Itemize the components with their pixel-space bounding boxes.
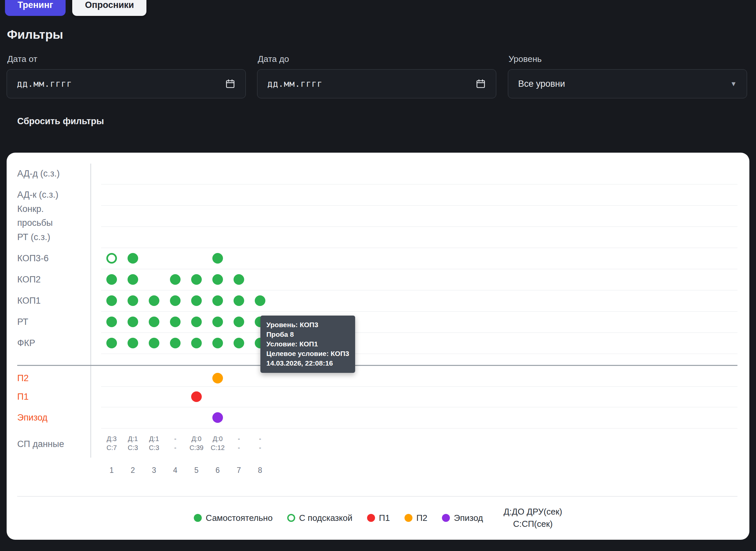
chart-area: АД-д (с.з.)АД-к (с.з.)Конкр. просьбыРТ (… bbox=[7, 153, 749, 540]
dot-independent[interactable] bbox=[234, 274, 244, 285]
x-axis-tick: 6 bbox=[216, 466, 220, 475]
x-axis-tick: 1 bbox=[110, 466, 114, 475]
row-label: П1 bbox=[17, 390, 28, 404]
legend-label: П1 bbox=[379, 513, 390, 523]
row-gridline bbox=[101, 407, 737, 407]
dot-independent[interactable] bbox=[213, 338, 223, 348]
dot-independent[interactable] bbox=[234, 296, 244, 306]
dot-independent[interactable] bbox=[191, 274, 202, 285]
row-gridline bbox=[101, 290, 737, 291]
dot-independent[interactable] bbox=[234, 317, 244, 327]
dot-independent[interactable] bbox=[255, 296, 265, 306]
legend-prompted-dot bbox=[287, 514, 295, 522]
row-gridline bbox=[101, 311, 737, 312]
dot-independent[interactable] bbox=[170, 296, 180, 306]
dot-independent[interactable] bbox=[106, 296, 117, 306]
tooltip-line: Целевое условие: КОП3 bbox=[266, 349, 349, 358]
legend-divider bbox=[17, 496, 737, 497]
dot-independent[interactable] bbox=[127, 274, 138, 285]
legend-episode-dot bbox=[442, 514, 450, 522]
legend-note: Д:ДО ДРУ(сек)С:СП(сек) bbox=[503, 506, 562, 530]
x-axis-tick: 4 bbox=[173, 466, 177, 475]
dot-prompted[interactable] bbox=[106, 253, 117, 263]
row-label: КОП3-6 bbox=[17, 251, 49, 265]
legend-item-p1: П1 bbox=[367, 513, 390, 523]
sp-data-cell: Д:0С:39 bbox=[190, 435, 204, 452]
legend-label: Самостоятельно bbox=[206, 513, 273, 523]
dot-independent[interactable] bbox=[149, 296, 159, 306]
dot-independent[interactable] bbox=[127, 253, 138, 263]
legend: СамостоятельноС подсказкойП1П2ЭпизодД:ДО… bbox=[7, 503, 749, 533]
date-from-input[interactable]: дд.мм.гггг bbox=[7, 69, 246, 98]
legend-p2-dot bbox=[404, 514, 412, 522]
dot-p2[interactable] bbox=[213, 373, 223, 384]
row-gridline bbox=[101, 184, 737, 184]
sp-data-cell: Д:0С:12 bbox=[211, 435, 225, 452]
level-select[interactable]: Все уровни ▼ bbox=[508, 69, 747, 98]
dot-independent[interactable] bbox=[170, 274, 180, 285]
row-label: АД-д (с.з.) bbox=[17, 166, 60, 180]
sp-data-cell: Д:3С:7 bbox=[106, 435, 117, 452]
dot-independent[interactable] bbox=[106, 274, 117, 285]
dot-independent[interactable] bbox=[213, 317, 223, 327]
dot-p1[interactable] bbox=[191, 391, 202, 402]
dot-independent[interactable] bbox=[213, 253, 223, 263]
date-from-label: Дата от bbox=[7, 54, 37, 64]
dot-independent[interactable] bbox=[149, 317, 159, 327]
tab-training[interactable]: Тренинг bbox=[5, 0, 66, 16]
dot-independent[interactable] bbox=[234, 338, 244, 348]
dot-independent[interactable] bbox=[106, 317, 117, 327]
tab-bar: Тренинг Опросники bbox=[5, 0, 146, 16]
dot-independent[interactable] bbox=[106, 338, 117, 348]
dot-independent[interactable] bbox=[191, 296, 202, 306]
dot-independent[interactable] bbox=[191, 317, 202, 327]
level-label: Уровень bbox=[508, 54, 542, 64]
x-axis-tick: 5 bbox=[195, 466, 199, 475]
row-gridline bbox=[101, 248, 737, 248]
tooltip: Уровень: КОП3Проба 8Условие: КОП1Целевое… bbox=[260, 316, 355, 373]
legend-item-independent: Самостоятельно bbox=[194, 513, 273, 523]
row-label: КОП1 bbox=[17, 294, 41, 308]
chart-card: АД-д (с.з.)АД-к (с.з.)Конкр. просьбыРТ (… bbox=[7, 153, 749, 540]
date-to-label: Дата до bbox=[258, 54, 289, 64]
tab-surveys[interactable]: Опросники bbox=[72, 0, 146, 16]
reset-filters-button[interactable]: Сбросить фильтры bbox=[17, 116, 104, 126]
dot-independent[interactable] bbox=[191, 338, 202, 348]
row-gridline bbox=[101, 205, 737, 206]
tooltip-line: Проба 8 bbox=[266, 330, 349, 339]
row-label: АД-к (с.з.) bbox=[17, 188, 58, 202]
row-label: Конкр. просьбы bbox=[17, 202, 53, 230]
page: Тренинг Опросники Фильтры Дата от Дата д… bbox=[0, 0, 756, 551]
row-label: ФКР bbox=[17, 336, 35, 350]
dot-independent[interactable] bbox=[127, 338, 138, 348]
dot-episode[interactable] bbox=[213, 412, 223, 423]
row-gridline bbox=[101, 354, 737, 354]
tooltip-line: 14.03.2026, 22:08:16 bbox=[266, 358, 349, 368]
x-axis-tick: 8 bbox=[258, 466, 262, 475]
calendar-icon[interactable] bbox=[225, 78, 236, 89]
legend-label: Эпизод bbox=[454, 513, 483, 523]
date-to-input[interactable]: дд.мм.гггг bbox=[257, 69, 496, 98]
sp-data-label: СП данные bbox=[17, 437, 64, 451]
row-label: РТ bbox=[17, 315, 28, 329]
row-gridline bbox=[101, 333, 737, 333]
x-axis-tick: 2 bbox=[131, 466, 135, 475]
legend-label: С подсказкой bbox=[299, 513, 353, 523]
row-gridline bbox=[101, 428, 737, 429]
sp-data-cell: -- bbox=[238, 435, 240, 452]
x-axis-tick: 3 bbox=[152, 466, 156, 475]
filters-title: Фильтры bbox=[7, 28, 63, 42]
sp-data-cell: -- bbox=[259, 435, 261, 452]
date-from-placeholder: дд.мм.гггг bbox=[17, 79, 72, 89]
sp-data-cell: -- bbox=[174, 435, 176, 452]
dot-independent[interactable] bbox=[170, 317, 180, 327]
dot-independent[interactable] bbox=[149, 338, 159, 348]
dot-independent[interactable] bbox=[127, 296, 138, 306]
dot-independent[interactable] bbox=[213, 274, 223, 285]
level-select-value: Все уровни bbox=[518, 79, 565, 89]
section-divider bbox=[17, 365, 737, 366]
dot-independent[interactable] bbox=[170, 338, 180, 348]
calendar-icon[interactable] bbox=[475, 78, 486, 89]
dot-independent[interactable] bbox=[127, 317, 138, 327]
dot-independent[interactable] bbox=[213, 296, 223, 306]
